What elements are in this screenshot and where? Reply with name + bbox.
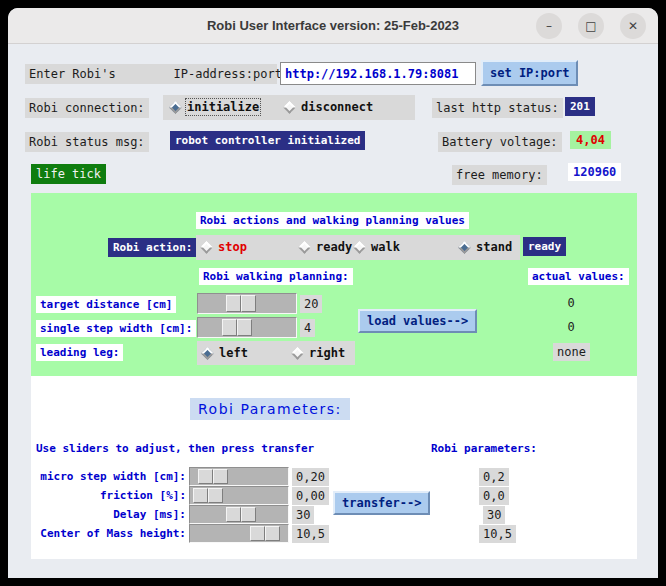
set-ip-button[interactable]: set IP:port [481, 60, 578, 86]
status-msg-label: Robi status msg: [25, 132, 149, 152]
radio-walk-label: walk [371, 240, 400, 254]
com-height-value: 10,5 [292, 525, 329, 543]
maximize-button[interactable]: □ [578, 13, 604, 39]
minimize-button[interactable]: – [536, 13, 562, 39]
radio-unselected-icon [283, 101, 296, 114]
status-msg-badge: robot controller initialized [170, 131, 365, 150]
radio-initialize-label: initialize [187, 100, 259, 114]
last-http-status-label: last http status: [432, 98, 563, 118]
action-status-badge: ready [523, 237, 566, 256]
radio-right-label: right [309, 346, 345, 360]
target-distance-slider[interactable] [197, 293, 297, 314]
friction-slider[interactable] [189, 486, 289, 505]
radio-disconnect-label: disconnect [301, 100, 373, 114]
parameters-heading: Robi Parameters: [190, 398, 350, 420]
http-status-badge: 201 [565, 97, 595, 116]
slider-handle[interactable] [226, 295, 256, 312]
app-window: Robi User Interface version: 25-Feb-2023… [8, 8, 658, 578]
radio-selected-icon [458, 241, 471, 254]
actions-heading: Robi actions and walking planning values [196, 212, 469, 229]
radio-right[interactable]: right [293, 346, 345, 360]
connection-label: Robi connection: [25, 98, 149, 118]
radio-ready-label: ready [316, 240, 352, 254]
actions-panel: Robi actions and walking planning values… [31, 193, 637, 376]
radio-unselected-icon [353, 241, 366, 254]
radio-unselected-icon [200, 241, 213, 254]
radio-selected-icon [169, 101, 182, 114]
radio-stand-label: stand [476, 240, 512, 254]
transfer-button[interactable]: transfer--> [333, 491, 430, 515]
maximize-icon: □ [585, 19, 596, 33]
titlebar[interactable]: Robi User Interface version: 25-Feb-2023… [8, 8, 658, 44]
ip-entry-label: Enter Robi's IP-address:port [25, 64, 277, 84]
instruction-label: Use sliders to adjust, then press transf… [36, 442, 314, 455]
micro-step-value: 0,20 [292, 468, 329, 486]
slider-handle[interactable] [250, 526, 280, 541]
step-width-slider[interactable] [197, 317, 297, 338]
friction-value: 0,00 [292, 487, 329, 505]
leading-leg-label: leading leg: [36, 344, 123, 361]
battery-label: Battery voltage: [438, 132, 562, 152]
target-distance-value: 20 [300, 295, 322, 313]
radio-disconnect[interactable]: disconnect [285, 100, 373, 114]
actual-values-heading: actual values: [528, 268, 629, 285]
delay-actual: 30 [483, 506, 505, 524]
com-height-label: Center of Mass height: [36, 527, 186, 540]
action-radio-group: stop ready walk stand [196, 235, 520, 260]
radio-left[interactable]: left [203, 346, 248, 360]
step-width-value: 4 [300, 319, 315, 337]
ip-address-input[interactable] [280, 62, 476, 85]
slider-handle[interactable] [198, 469, 228, 484]
step-width-actual: 0 [556, 320, 586, 334]
radio-stop-label: stop [218, 240, 247, 254]
micro-step-slider[interactable] [189, 467, 289, 486]
friction-actual: 0,0 [479, 487, 509, 505]
radio-ready[interactable]: ready [300, 240, 352, 254]
robi-parameters-label: Robi parameters: [431, 442, 537, 455]
target-distance-label: target distance [cm] [36, 296, 176, 313]
close-button[interactable]: ✕ [620, 13, 646, 39]
delay-value: 30 [292, 506, 314, 524]
target-distance-actual: 0 [556, 296, 586, 310]
load-values-button[interactable]: load values--> [358, 309, 477, 333]
radio-stand[interactable]: stand [460, 240, 512, 254]
micro-step-label: micro step width [cm]: [36, 470, 186, 483]
minimize-icon: – [546, 19, 552, 33]
battery-value: 4,04 [570, 131, 611, 149]
window-content: Enter Robi's IP-address:port set IP:port… [8, 45, 658, 578]
micro-step-actual: 0,2 [479, 468, 509, 486]
com-height-slider[interactable] [189, 524, 289, 543]
leading-leg-radio-group: left right [197, 341, 355, 365]
slider-handle[interactable] [222, 319, 252, 336]
close-icon: ✕ [628, 19, 638, 33]
leading-leg-actual: none [553, 343, 590, 361]
radio-walk[interactable]: walk [355, 240, 400, 254]
radio-initialize[interactable]: initialize [171, 100, 259, 114]
friction-label: friction [%]: [36, 489, 186, 502]
free-memory-label: free memory: [452, 165, 547, 185]
com-height-actual: 10,5 [479, 525, 516, 543]
life-tick-badge: life tick [31, 164, 106, 184]
radio-unselected-icon [291, 347, 304, 360]
robi-action-label: Robi action: [108, 238, 197, 257]
slider-handle[interactable] [193, 488, 223, 503]
radio-unselected-icon [298, 241, 311, 254]
delay-label: Delay [ms]: [36, 508, 186, 521]
radio-left-label: left [219, 346, 248, 360]
connection-radio-group: initialize disconnect [163, 95, 415, 120]
radio-selected-icon [201, 347, 214, 360]
free-memory-value: 120960 [568, 163, 621, 181]
planning-heading: Robi walking planning: [199, 268, 353, 285]
slider-handle[interactable] [226, 507, 256, 522]
step-width-label: single step width [cm]: [36, 320, 196, 337]
radio-stop[interactable]: stop [202, 240, 247, 254]
parameters-panel: Robi Parameters: Use sliders to adjust, … [31, 376, 637, 559]
delay-slider[interactable] [189, 505, 289, 524]
